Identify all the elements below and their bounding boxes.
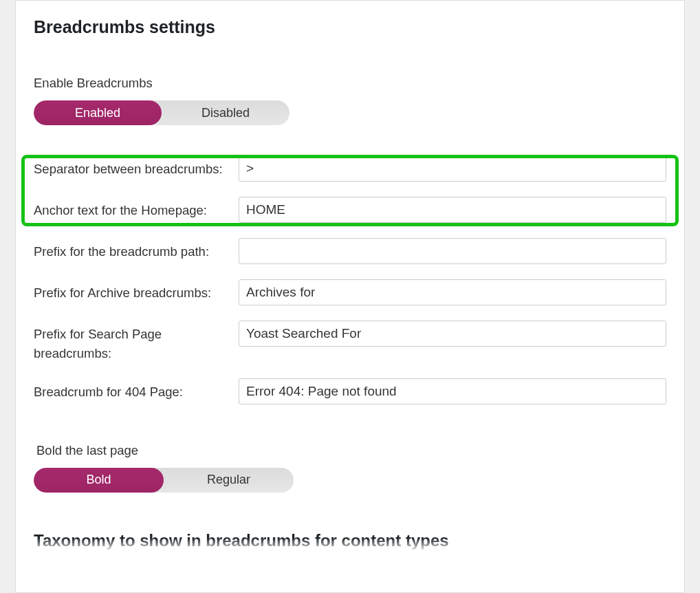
breadcrumb-404-label: Breadcrumb for 404 Page: bbox=[34, 378, 239, 402]
regular-toggle-button[interactable]: Regular bbox=[164, 468, 294, 493]
separator-row: Separator between breadcrumbs: bbox=[34, 155, 666, 182]
bold-toggle-button[interactable]: Bold bbox=[34, 468, 164, 493]
prefix-search-label: Prefix for Search Page breadcrumbs: bbox=[34, 321, 239, 363]
prefix-search-input[interactable] bbox=[239, 321, 666, 347]
anchor-homepage-row: Anchor text for the Homepage: bbox=[34, 197, 666, 223]
prefix-path-row: Prefix for the breadcrumb path: bbox=[34, 238, 666, 264]
breadcrumb-404-row: Breadcrumb for 404 Page: bbox=[34, 378, 666, 405]
prefix-path-label: Prefix for the breadcrumb path: bbox=[34, 238, 239, 261]
page-title: Breadcrumbs settings bbox=[34, 17, 666, 37]
anchor-homepage-input[interactable] bbox=[239, 197, 666, 223]
settings-panel: Breadcrumbs settings Enable Breadcrumbs … bbox=[15, 0, 685, 593]
disabled-toggle-button[interactable]: Disabled bbox=[162, 100, 289, 125]
breadcrumb-404-input[interactable] bbox=[239, 378, 666, 405]
prefix-archive-row: Prefix for Archive breadcrumbs: bbox=[34, 279, 666, 305]
separator-label: Separator between breadcrumbs: bbox=[34, 155, 239, 179]
prefix-archive-input[interactable] bbox=[239, 279, 666, 305]
enable-breadcrumbs-toggle: Enabled Disabled bbox=[34, 100, 289, 125]
prefix-search-row: Prefix for Search Page breadcrumbs: bbox=[34, 321, 666, 363]
enable-breadcrumbs-label: Enable Breadcrumbs bbox=[34, 76, 666, 91]
prefix-path-input[interactable] bbox=[239, 238, 666, 264]
separator-input[interactable] bbox=[239, 155, 666, 182]
enabled-toggle-button[interactable]: Enabled bbox=[34, 100, 162, 125]
anchor-homepage-label: Anchor text for the Homepage: bbox=[34, 197, 239, 220]
bold-last-page-label: Bold the last page bbox=[34, 443, 666, 458]
taxonomy-heading: Taxonomy to show in breadcrumbs for cont… bbox=[34, 531, 666, 550]
bold-last-page-toggle: Bold Regular bbox=[34, 468, 294, 493]
prefix-archive-label: Prefix for Archive breadcrumbs: bbox=[34, 279, 239, 303]
